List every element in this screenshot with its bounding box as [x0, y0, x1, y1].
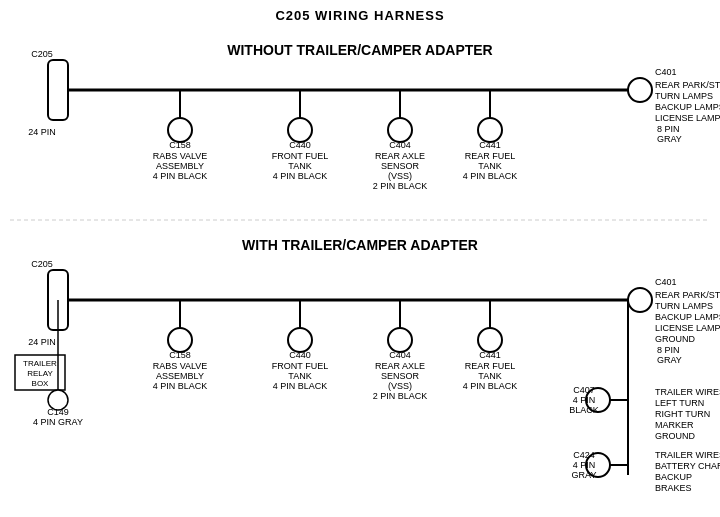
svg-text:24 PIN: 24 PIN [28, 127, 56, 137]
svg-text:C441: C441 [479, 140, 501, 150]
svg-text:GROUND: GROUND [655, 334, 695, 344]
svg-text:REAR PARK/STOP: REAR PARK/STOP [655, 80, 720, 90]
svg-text:C440: C440 [289, 140, 311, 150]
svg-point-75 [388, 328, 412, 352]
svg-text:TANK: TANK [288, 371, 311, 381]
svg-text:REAR FUEL: REAR FUEL [465, 151, 516, 161]
svg-text:TRAILER WIRES: TRAILER WIRES [655, 387, 720, 397]
svg-text:BACKUP LAMPS: BACKUP LAMPS [655, 102, 720, 112]
svg-point-14 [168, 118, 192, 142]
svg-text:TANK: TANK [478, 161, 501, 171]
svg-text:REAR PARK/STOP: REAR PARK/STOP [655, 290, 720, 300]
svg-text:24 PIN: 24 PIN [28, 337, 56, 347]
svg-text:BATTERY CHARGE: BATTERY CHARGE [655, 461, 720, 471]
svg-point-63 [168, 328, 192, 352]
svg-text:RABS VALVE: RABS VALVE [153, 151, 208, 161]
svg-text:SENSOR: SENSOR [381, 371, 420, 381]
svg-text:C158: C158 [169, 350, 191, 360]
svg-text:MARKER: MARKER [655, 420, 694, 430]
svg-text:REAR AXLE: REAR AXLE [375, 361, 425, 371]
svg-text:REAR AXLE: REAR AXLE [375, 151, 425, 161]
svg-text:2 PIN BLACK: 2 PIN BLACK [373, 391, 428, 401]
svg-text:RELAY: RELAY [27, 369, 53, 378]
svg-text:TURN LAMPS: TURN LAMPS [655, 91, 713, 101]
svg-point-26 [388, 118, 412, 142]
svg-point-82 [478, 328, 502, 352]
svg-text:LEFT TURN: LEFT TURN [655, 398, 704, 408]
svg-point-53 [628, 288, 652, 312]
svg-text:BRAKES: BRAKES [655, 483, 692, 493]
svg-rect-2 [48, 60, 68, 120]
svg-text:WITHOUT TRAILER/CAMPER ADAPTER: WITHOUT TRAILER/CAMPER ADAPTER [227, 42, 492, 58]
svg-text:C441: C441 [479, 350, 501, 360]
svg-text:BACKUP LAMPS: BACKUP LAMPS [655, 312, 720, 322]
svg-text:RABS VALVE: RABS VALVE [153, 361, 208, 371]
svg-text:LICENSE LAMPS: LICENSE LAMPS [655, 113, 720, 123]
svg-point-5 [628, 78, 652, 102]
svg-text:C149: C149 [47, 407, 69, 417]
svg-text:2 PIN BLACK: 2 PIN BLACK [373, 181, 428, 191]
svg-text:4 PIN BLACK: 4 PIN BLACK [153, 381, 208, 391]
svg-text:TURN LAMPS: TURN LAMPS [655, 301, 713, 311]
svg-text:TANK: TANK [288, 161, 311, 171]
svg-text:C401: C401 [655, 277, 677, 287]
wiring-diagram: WITHOUT TRAILER/CAMPER ADAPTER C205 24 P… [0, 0, 720, 517]
svg-text:8 PIN: 8 PIN [657, 345, 680, 355]
svg-text:C205: C205 [31, 49, 53, 59]
svg-text:WITH TRAILER/CAMPER ADAPTER: WITH TRAILER/CAMPER ADAPTER [242, 237, 478, 253]
svg-text:8 PIN: 8 PIN [657, 124, 680, 134]
svg-text:C205: C205 [31, 259, 53, 269]
svg-text:C401: C401 [655, 67, 677, 77]
svg-text:4 PIN BLACK: 4 PIN BLACK [273, 171, 328, 181]
svg-text:ASSEMBLY: ASSEMBLY [156, 371, 204, 381]
svg-point-69 [288, 328, 312, 352]
svg-text:RIGHT TURN: RIGHT TURN [655, 409, 710, 419]
svg-text:TRAILER: TRAILER [23, 359, 57, 368]
svg-text:C424: C424 [573, 450, 595, 460]
svg-point-20 [288, 118, 312, 142]
svg-text:SENSOR: SENSOR [381, 161, 420, 171]
svg-text:REAR FUEL: REAR FUEL [465, 361, 516, 371]
svg-text:C158: C158 [169, 140, 191, 150]
svg-text:TANK: TANK [478, 371, 501, 381]
svg-text:(VSS): (VSS) [388, 381, 412, 391]
svg-text:FRONT FUEL: FRONT FUEL [272, 151, 328, 161]
svg-point-33 [478, 118, 502, 142]
svg-text:GRAY: GRAY [572, 470, 597, 480]
svg-text:4 PIN: 4 PIN [573, 460, 596, 470]
svg-text:BACKUP: BACKUP [655, 472, 692, 482]
svg-text:4 PIN BLACK: 4 PIN BLACK [153, 171, 208, 181]
svg-text:TRAILER WIRES: TRAILER WIRES [655, 450, 720, 460]
svg-text:(VSS): (VSS) [388, 171, 412, 181]
svg-text:4 PIN BLACK: 4 PIN BLACK [463, 171, 518, 181]
svg-text:C404: C404 [389, 350, 411, 360]
svg-text:C440: C440 [289, 350, 311, 360]
svg-text:BLACK: BLACK [569, 405, 599, 415]
svg-text:ASSEMBLY: ASSEMBLY [156, 161, 204, 171]
svg-text:C404: C404 [389, 140, 411, 150]
svg-text:4 PIN GRAY: 4 PIN GRAY [33, 417, 83, 427]
svg-text:GRAY: GRAY [657, 134, 682, 144]
svg-text:GRAY: GRAY [657, 355, 682, 365]
svg-text:4 PIN: 4 PIN [573, 395, 596, 405]
svg-text:4 PIN BLACK: 4 PIN BLACK [273, 381, 328, 391]
svg-text:LICENSE LAMPS: LICENSE LAMPS [655, 323, 720, 333]
svg-text:BOX: BOX [32, 379, 50, 388]
svg-text:FRONT FUEL: FRONT FUEL [272, 361, 328, 371]
svg-text:4 PIN BLACK: 4 PIN BLACK [463, 381, 518, 391]
svg-text:GROUND: GROUND [655, 431, 695, 441]
svg-text:C407: C407 [573, 385, 595, 395]
